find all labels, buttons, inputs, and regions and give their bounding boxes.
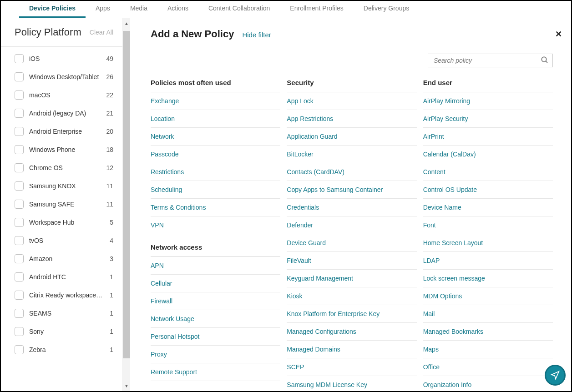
scroll-up-icon[interactable]: ▲ xyxy=(124,21,129,26)
policy-link[interactable]: FileVault xyxy=(287,252,416,270)
platform-checkbox[interactable] xyxy=(15,254,24,263)
policy-link[interactable]: AirPlay Mirroring xyxy=(423,92,553,110)
policy-link[interactable]: Contacts (CardDAV) xyxy=(287,163,416,181)
platform-checkbox[interactable] xyxy=(15,90,24,100)
platform-row[interactable]: Workspace Hub5 xyxy=(1,213,122,231)
policy-link[interactable]: Knox Platform for Enterprise Key xyxy=(287,305,416,323)
policy-link[interactable]: Firewall xyxy=(151,292,280,310)
policy-link[interactable]: Cellular xyxy=(151,275,280,292)
platform-checkbox[interactable] xyxy=(15,54,24,63)
clear-all-link[interactable]: Clear All xyxy=(90,29,113,36)
platform-row[interactable]: Windows Phone18 xyxy=(1,141,122,159)
platform-row[interactable]: Citrix Ready workspace…1 xyxy=(1,286,122,304)
policy-link[interactable]: MDM Options xyxy=(423,287,553,305)
platform-row[interactable]: macOS22 xyxy=(1,86,122,104)
platform-checkbox[interactable] xyxy=(15,163,24,172)
policy-link[interactable]: Office xyxy=(423,358,553,376)
platform-checkbox[interactable] xyxy=(15,218,24,227)
policy-link[interactable]: Network xyxy=(151,128,280,146)
policy-link[interactable]: Keyguard Management xyxy=(287,270,416,287)
policy-link[interactable]: Exchange xyxy=(151,92,280,110)
tab-actions[interactable]: Actions xyxy=(157,0,198,18)
tab-content-collaboration[interactable]: Content Collaboration xyxy=(198,0,280,18)
hide-filter-link[interactable]: Hide filter xyxy=(242,31,271,39)
policy-link[interactable]: Network Usage xyxy=(151,310,280,328)
navigation-fab[interactable] xyxy=(545,365,566,386)
policy-link[interactable]: Kiosk xyxy=(287,287,416,305)
platform-row[interactable]: Chrome OS12 xyxy=(1,159,122,177)
policy-link[interactable]: Managed Domains xyxy=(287,341,416,358)
policy-link[interactable]: BitLocker xyxy=(287,146,416,163)
platform-row[interactable]: Zebra1 xyxy=(1,341,122,359)
policy-link[interactable]: Managed Bookmarks xyxy=(423,323,553,341)
platform-row[interactable]: Samsung KNOX11 xyxy=(1,177,122,195)
policy-link[interactable]: Personal Hotspot xyxy=(151,328,280,346)
policy-link[interactable]: Font xyxy=(423,216,553,234)
platform-row[interactable]: Samsung SAFE11 xyxy=(1,195,122,213)
policy-link[interactable]: Proxy xyxy=(151,346,280,363)
platform-checkbox[interactable] xyxy=(15,236,24,245)
policy-link[interactable]: LDAP xyxy=(423,252,553,270)
policy-link[interactable]: Device Name xyxy=(423,199,553,216)
policy-link[interactable]: Control OS Update xyxy=(423,181,553,199)
policy-link[interactable]: AirPrint xyxy=(423,128,553,146)
policy-link[interactable]: Device Guard xyxy=(287,234,416,252)
policy-link[interactable]: APN xyxy=(151,257,280,275)
scroll-thumb[interactable] xyxy=(123,31,130,358)
platform-checkbox[interactable] xyxy=(15,127,24,136)
policy-link[interactable]: Defender xyxy=(287,216,416,234)
platform-row[interactable]: Android Enterprise20 xyxy=(1,122,122,141)
policy-link[interactable]: SCEP xyxy=(287,358,416,376)
platform-row[interactable]: Android (legacy DA)21 xyxy=(1,104,122,122)
search-input[interactable] xyxy=(434,57,541,64)
policy-link[interactable]: Home Screen Layout xyxy=(423,234,553,252)
policy-link[interactable]: App Restrictions xyxy=(287,110,416,128)
platform-checkbox[interactable] xyxy=(15,291,24,300)
platform-row[interactable]: iOS49 xyxy=(1,50,122,68)
policy-link[interactable]: Remote Support xyxy=(151,363,280,381)
policy-link[interactable]: VPN xyxy=(151,216,280,234)
policy-link[interactable]: Copy Apps to Samsung Container xyxy=(287,181,416,199)
policy-link[interactable]: Location xyxy=(151,110,280,128)
search-icon[interactable] xyxy=(541,56,549,65)
tab-enrollment-profiles[interactable]: Enrollment Profiles xyxy=(280,0,354,18)
policy-link[interactable]: Mail xyxy=(423,305,553,323)
policy-link[interactable]: Application Guard xyxy=(287,128,416,146)
policy-link[interactable]: App Lock xyxy=(287,92,416,110)
policy-link[interactable]: Maps xyxy=(423,341,553,358)
platform-row[interactable]: Amazon3 xyxy=(1,250,122,268)
platform-checkbox[interactable] xyxy=(15,145,24,154)
policy-link[interactable]: Samsung MDM License Key xyxy=(287,376,416,391)
policy-link[interactable]: Scheduling xyxy=(151,181,280,199)
policy-link[interactable]: Credentials xyxy=(287,199,416,216)
platform-checkbox[interactable] xyxy=(15,309,24,318)
policy-link[interactable]: Terms & Conditions xyxy=(151,199,280,216)
platform-row[interactable]: SEAMS1 xyxy=(1,304,122,322)
policy-link[interactable]: Calendar (CalDav) xyxy=(423,146,553,163)
platform-row[interactable]: Windows Desktop/Tablet26 xyxy=(1,68,122,86)
platform-row[interactable]: tvOS4 xyxy=(1,231,122,250)
platform-checkbox[interactable] xyxy=(15,72,24,81)
sidebar-scrollbar[interactable]: ▲ ▼ xyxy=(123,18,130,391)
platform-checkbox[interactable] xyxy=(15,109,24,118)
policy-link[interactable]: Organization Info xyxy=(423,376,553,391)
scroll-down-icon[interactable]: ▼ xyxy=(124,383,129,388)
platform-checkbox[interactable] xyxy=(15,272,24,281)
tab-delivery-groups[interactable]: Delivery Groups xyxy=(354,0,419,18)
platform-row[interactable]: Android HTC1 xyxy=(1,268,122,286)
search-box[interactable] xyxy=(428,54,553,67)
platform-checkbox[interactable] xyxy=(15,181,24,191)
tab-device-policies[interactable]: Device Policies xyxy=(19,0,86,18)
platform-checkbox[interactable] xyxy=(15,200,24,209)
tab-media[interactable]: Media xyxy=(120,0,157,18)
platform-row[interactable]: Sony1 xyxy=(1,322,122,341)
policy-link[interactable]: Content xyxy=(423,163,553,181)
platform-checkbox[interactable] xyxy=(15,345,24,354)
tab-apps[interactable]: Apps xyxy=(86,0,120,18)
platform-checkbox[interactable] xyxy=(15,327,24,336)
policy-link[interactable]: Lock screen message xyxy=(423,270,553,287)
close-icon[interactable]: ✕ xyxy=(555,29,562,39)
policy-link[interactable]: Managed Configurations xyxy=(287,323,416,341)
policy-link[interactable]: Passcode xyxy=(151,146,280,163)
policy-link[interactable]: Restrictions xyxy=(151,163,280,181)
